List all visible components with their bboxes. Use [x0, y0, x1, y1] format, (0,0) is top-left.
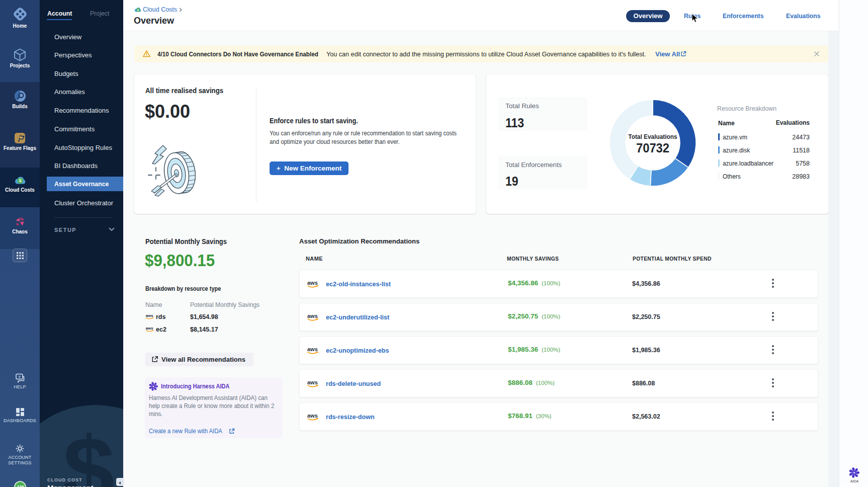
svg-text:$: $ [19, 178, 21, 183]
svg-text:aws: aws [307, 313, 318, 319]
svg-text:aws: aws [307, 413, 318, 419]
svg-text:$: $ [137, 9, 139, 12]
svg-text:aws: aws [307, 346, 318, 352]
svg-text:aws: aws [307, 379, 318, 385]
svg-text:?: ? [18, 375, 21, 379]
svg-text:aws: aws [307, 280, 318, 286]
